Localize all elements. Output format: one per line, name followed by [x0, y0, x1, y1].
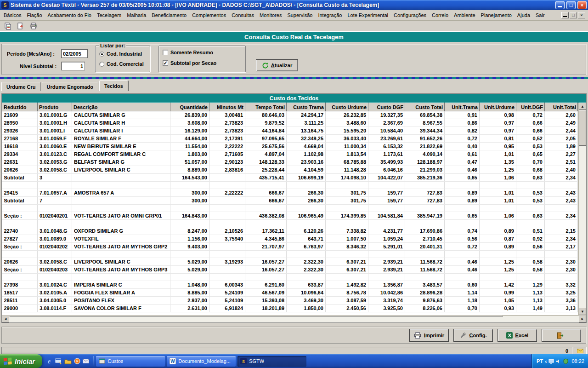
menu-item-basicos[interactable]: Básicos: [1, 11, 24, 20]
table-row[interactable]: 271683.01.0059.FROYALE SIMILAR F44.664,0…: [2, 135, 578, 143]
mdi-minimize-button[interactable]: [561, 12, 569, 18]
menu-item-sair[interactable]: Sair: [533, 11, 548, 20]
table-row[interactable]: Subtotal3164.543,00435.715,41106.699,191…: [2, 174, 578, 182]
tab-tecidos[interactable]: Tecidos: [99, 80, 128, 91]
quicklaunch-folder-icon[interactable]: [64, 358, 72, 364]
close-button[interactable]: ×: [577, 1, 587, 9]
menu-item-complementos[interactable]: Complementos: [189, 11, 229, 20]
menu-item-monitores[interactable]: Monitores: [257, 11, 284, 20]
scrollbar-track[interactable]: [579, 110, 586, 308]
menu-item-configuracoes[interactable]: Configurações: [391, 11, 429, 20]
quicklaunch-show-desktop-icon[interactable]: [55, 358, 62, 364]
toolbar-print-button[interactable]: [28, 21, 39, 31]
column-header[interactable]: Reduzido: [2, 103, 38, 111]
menu-item-integracao[interactable]: Integração: [315, 11, 345, 20]
column-header[interactable]: Quantidade: [170, 103, 209, 111]
hscrollbar-thumb[interactable]: [9, 316, 503, 316]
language-indicator[interactable]: PT: [537, 358, 543, 364]
table-row[interactable]: Seção :0102040202VOT-TEARES JATO AR MYTH…: [2, 243, 578, 251]
menu-item-correio[interactable]: Correio: [429, 11, 451, 20]
table-row[interactable]: 206263.02.0058.CLIVERPOOL SIMILAR C5.029…: [2, 258, 578, 266]
tray-collapse-icon[interactable]: ‹: [545, 358, 547, 364]
menu-item-fiacao[interactable]: Fiação: [24, 11, 45, 20]
start-button[interactable]: Iniciar: [0, 354, 42, 368]
mdi-close-button[interactable]: ×: [578, 12, 585, 18]
table-row[interactable]: Seção :0102040201VOT-TEARES JATO AR OMNI…: [2, 212, 578, 220]
table-row[interactable]: 293343.01.0123.CREGAL COMFORT SIMILAR C1…: [2, 150, 578, 158]
table-row[interactable]: 285113.04.0305.0POSITANO FLEX2.937,005,2…: [2, 297, 578, 305]
menu-item-malharia[interactable]: Malharia: [124, 11, 149, 20]
column-header[interactable]: Minutos Mt: [209, 103, 245, 111]
table-row[interactable]: 186183.01.0060.ENEW BEIRUTE SIMILAR E11.…: [2, 143, 578, 150]
toolbar-export-button[interactable]: [15, 21, 26, 31]
taskbar-item-documento[interactable]: W Documento_Modelag...: [167, 356, 236, 367]
table-row[interactable]: Seção :0102040203VOT-TEARES JATO AR MYTH…: [2, 266, 578, 274]
imprimir-button[interactable]: Imprimir: [409, 329, 449, 342]
tray-display-icon[interactable]: [548, 359, 554, 364]
scroll-up-button[interactable]: ▲: [579, 103, 586, 110]
quicklaunch-ie-icon[interactable]: e: [45, 357, 53, 365]
quicklaunch-media-icon[interactable]: [74, 358, 80, 364]
column-header[interactable]: Custo Total: [405, 103, 445, 111]
menu-item-consultas[interactable]: Consultas: [229, 11, 257, 20]
column-header[interactable]: Descrição: [72, 103, 170, 111]
menu-item-supervisao[interactable]: Supervisão: [284, 11, 315, 20]
menu-item-beneficiamento[interactable]: Beneficiamento: [149, 11, 189, 20]
column-header[interactable]: Unit.Total: [545, 103, 578, 111]
table-row[interactable]: 227403.01.0048.GOXFORD SIMILAR G8.247,00…: [2, 227, 578, 235]
menu-item-lote-experimental[interactable]: Lote Experimental: [345, 11, 391, 20]
taskbar-item-sgtw[interactable]: S SGTW: [237, 356, 306, 367]
column-header[interactable]: Produto: [38, 103, 72, 111]
menu-item-acabamento-do-fio[interactable]: Acabamento do Fio: [45, 11, 94, 20]
atualizar-button[interactable]: Atualizar: [256, 59, 298, 71]
column-header[interactable]: Custo Urdume: [326, 103, 368, 111]
excel-button[interactable]: Excel: [498, 329, 537, 342]
checkbox-subtotal-secao[interactable]: ✓ Subtotal por Secao: [163, 60, 216, 66]
tab-urdume-engomado[interactable]: Urdume Engomado: [42, 82, 98, 91]
scroll-down-button[interactable]: ▼: [579, 308, 586, 315]
minimize-button[interactable]: [555, 1, 565, 9]
table-row[interactable]: 294157.01.0657.AAMOSTRA 657 A300,002,222…: [2, 189, 578, 197]
hscrollbar-track[interactable]: [9, 316, 579, 322]
scroll-right-button[interactable]: ►: [579, 316, 586, 322]
table-row[interactable]: 273983.01.0024.CIMPERIA SIMILAR C1.048,0…: [2, 281, 578, 289]
checkbox-somente-resumo[interactable]: Somente Resumo: [163, 50, 213, 55]
mdi-restore-button[interactable]: □: [570, 12, 577, 18]
taskbar-item-custos[interactable]: Custos: [96, 356, 165, 367]
table-row[interactable]: 185173.02.0105.AFOGGIA FLEX SIMILAR A8.8…: [2, 289, 578, 297]
taskbar-clock[interactable]: 08:22: [571, 358, 584, 364]
config-button[interactable]: Config.: [453, 329, 493, 342]
table-row[interactable]: 216093.01.0001.GCALCUTA SIMILAR G26.839,…: [2, 111, 578, 119]
table-row[interactable]: 226313.02.0053.GBELFAST SIMILAR G51.057,…: [2, 158, 578, 166]
radio-cod-industrial[interactable]: Cod. Industrial: [99, 51, 142, 57]
table-row[interactable]: Subtotal7300,00666,67266,30301,75159,777…: [2, 197, 578, 205]
menu-item-ajuda[interactable]: Ajuda: [514, 11, 533, 20]
column-header[interactable]: Unit.Urdume: [480, 103, 516, 111]
menu-item-ambiente[interactable]: Ambiente: [451, 11, 478, 20]
menu-item-planejamento[interactable]: Planejamento: [478, 11, 514, 20]
tray-shield-icon[interactable]: [563, 358, 568, 364]
column-header[interactable]: Tempo Total: [245, 103, 287, 111]
table-row[interactable]: 290003.08.0114.FSAVONA COLOR SIMILAR F2.…: [2, 305, 578, 312]
horizontal-scrollbar[interactable]: ◄ ►: [2, 315, 586, 322]
table-row[interactable]: 278273.01.0089.0VOTEXFIL1.156,003,759404…: [2, 235, 578, 243]
scrollbar-thumb[interactable]: [579, 110, 586, 146]
periodo-input[interactable]: [61, 49, 88, 58]
fechar-button[interactable]: [542, 329, 581, 342]
toolbar-copy-button[interactable]: [2, 21, 13, 31]
menu-item-tecelagem[interactable]: Tecelagem: [94, 11, 124, 20]
vertical-scrollbar[interactable]: ▲ ▼: [578, 103, 586, 315]
tab-urdume-cru[interactable]: Urdume Cru: [1, 82, 41, 91]
table-row[interactable]: 293263.01.0001.ICALCUTA SIMILAR I16.129,…: [2, 127, 578, 135]
table-row[interactable]: 289503.01.0001.HCALCUTA SIMILAR H3.608,0…: [2, 119, 578, 127]
column-header[interactable]: Unit.Trama: [445, 103, 480, 111]
table-row[interactable]: 206263.02.0058.CLIVERPOOL SIMILAR C8.889…: [2, 166, 578, 174]
tray-volume-icon[interactable]: [556, 359, 561, 364]
maximize-button[interactable]: □: [566, 1, 576, 9]
radio-cod-comercial[interactable]: Cod. Comercial: [99, 61, 144, 67]
nivel-input[interactable]: [61, 62, 85, 70]
column-header[interactable]: Custo DGF: [368, 103, 405, 111]
column-header[interactable]: Custo Trama: [287, 103, 326, 111]
scroll-left-button[interactable]: ◄: [2, 316, 9, 322]
column-header[interactable]: Unit.DGF: [516, 103, 545, 111]
